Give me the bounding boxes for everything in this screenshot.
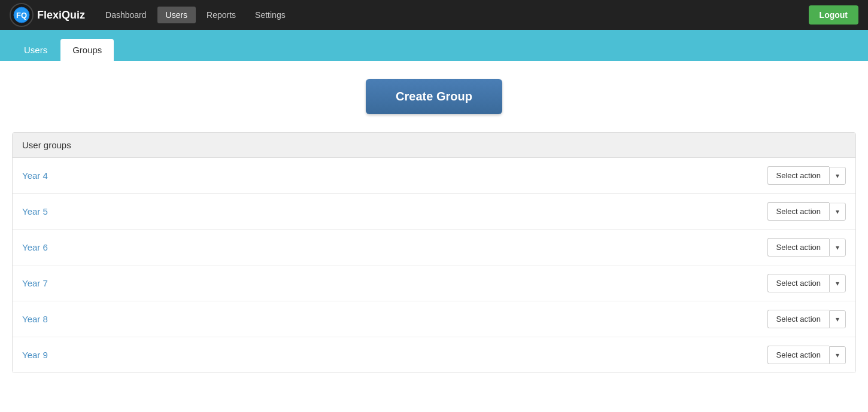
groups-table: User groups Year 4Select action▾Year 5Se…	[12, 132, 856, 373]
create-group-container: Create Group	[12, 79, 856, 114]
dropdown-toggle-button[interactable]: ▾	[829, 203, 846, 221]
user-groups-header: User groups	[13, 133, 855, 158]
action-group: Select action▾	[767, 274, 846, 292]
select-action-button[interactable]: Select action	[767, 166, 829, 185]
tab-users[interactable]: Users	[12, 39, 59, 61]
brand-logo: FQ	[10, 3, 34, 27]
logout-button[interactable]: Logout	[809, 5, 858, 25]
brand: FQ FlexiQuiz	[10, 3, 85, 27]
tab-bar: Users Groups	[0, 30, 868, 61]
dropdown-toggle-button[interactable]: ▾	[829, 310, 846, 328]
nav-links: Dashboard Users Reports Settings	[97, 7, 809, 23]
nav-settings[interactable]: Settings	[247, 7, 294, 23]
action-group: Select action▾	[767, 202, 846, 221]
dropdown-toggle-button[interactable]: ▾	[829, 274, 846, 292]
group-row: Year 4Select action▾	[13, 158, 855, 194]
select-action-button[interactable]: Select action	[767, 274, 829, 292]
group-row: Year 6Select action▾	[13, 230, 855, 265]
group-rows-container: Year 4Select action▾Year 5Select action▾…	[13, 158, 855, 373]
group-name[interactable]: Year 6	[22, 242, 48, 252]
group-row: Year 9Select action▾	[13, 337, 855, 373]
brand-icon: FQ	[13, 7, 30, 23]
group-name[interactable]: Year 9	[22, 350, 48, 360]
action-group: Select action▾	[767, 238, 846, 257]
action-group: Select action▾	[767, 166, 846, 185]
dropdown-toggle-button[interactable]: ▾	[829, 346, 846, 364]
group-row: Year 5Select action▾	[13, 194, 855, 230]
dropdown-toggle-button[interactable]: ▾	[829, 239, 846, 257]
create-group-button[interactable]: Create Group	[366, 79, 502, 114]
main-content: Create Group User groups Year 4Select ac…	[0, 61, 868, 385]
dropdown-toggle-button[interactable]: ▾	[829, 167, 846, 185]
group-name[interactable]: Year 5	[22, 206, 48, 216]
select-action-button[interactable]: Select action	[767, 310, 829, 328]
nav-users[interactable]: Users	[157, 7, 196, 23]
action-group: Select action▾	[767, 310, 846, 328]
navbar: FQ FlexiQuiz Dashboard Users Reports Set…	[0, 0, 868, 30]
group-row: Year 7Select action▾	[13, 265, 855, 301]
tab-groups[interactable]: Groups	[60, 39, 114, 61]
group-name[interactable]: Year 8	[22, 314, 48, 324]
select-action-button[interactable]: Select action	[767, 238, 829, 257]
group-name[interactable]: Year 4	[22, 170, 48, 181]
group-row: Year 8Select action▾	[13, 301, 855, 337]
action-group: Select action▾	[767, 346, 846, 364]
select-action-button[interactable]: Select action	[767, 202, 829, 221]
nav-dashboard[interactable]: Dashboard	[97, 7, 155, 23]
svg-text:FQ: FQ	[16, 11, 27, 20]
nav-reports[interactable]: Reports	[198, 7, 244, 23]
group-name[interactable]: Year 7	[22, 278, 48, 288]
select-action-button[interactable]: Select action	[767, 346, 829, 364]
brand-name: FlexiQuiz	[37, 9, 85, 22]
